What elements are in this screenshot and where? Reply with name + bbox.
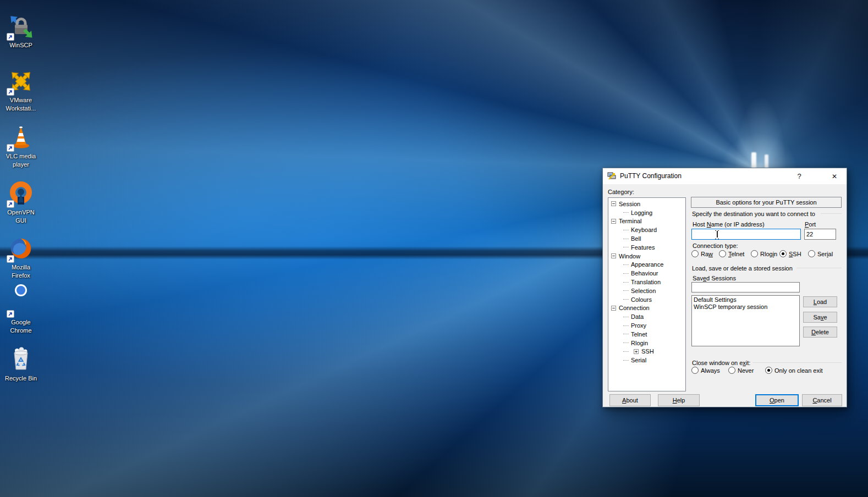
desktop-icon-firefox[interactable]: MozillaFirefox: [0, 235, 42, 280]
tree-item-label: Proxy: [631, 322, 646, 329]
close-window-group-label: Close window on exit:: [692, 360, 750, 366]
shortcut-arrow-icon: [7, 310, 14, 318]
radio-telnet[interactable]: Telnet: [719, 250, 751, 257]
radio-raw[interactable]: Raw: [691, 250, 719, 257]
tree-item-label: Features: [631, 244, 655, 251]
port-input[interactable]: [804, 229, 836, 240]
shortcut-arrow-icon: [7, 200, 14, 208]
radio-circle-icon: [719, 250, 726, 257]
load-button[interactable]: Load: [803, 296, 837, 307]
tree-expand-icon[interactable]: +: [634, 349, 639, 354]
radio-serial[interactable]: Serial: [808, 250, 833, 257]
tree-item-label: Window: [619, 253, 640, 259]
tree-collapse-icon[interactable]: −: [611, 201, 616, 206]
tree-item-label: Rlogin: [631, 340, 648, 346]
tree-item-proxy[interactable]: Proxy: [608, 321, 685, 330]
tree-connector: [623, 317, 629, 317]
open-button[interactable]: Open: [755, 394, 799, 406]
cancel-button[interactable]: Cancel: [802, 394, 842, 406]
close-on-exit-radio-group: AlwaysNeverOnly on clean exit: [691, 366, 822, 374]
mouse-ibeam-cursor: [715, 230, 719, 239]
session-list-item-winscp-temporary-session[interactable]: WinSCP temporary session: [692, 303, 799, 311]
shortcut-arrow-icon: [7, 255, 14, 263]
port-label: Port: [805, 221, 816, 228]
tree-item-behaviour[interactable]: Behaviour: [608, 269, 685, 278]
tree-item-label: Translation: [631, 279, 661, 285]
titlebar-help-button[interactable]: ?: [788, 168, 810, 184]
tree-connector: [623, 212, 629, 213]
tree-item-label: Behaviour: [631, 270, 658, 277]
radio-only-on-clean-exit[interactable]: Only on clean exit: [765, 367, 822, 374]
desktop-icon-winscp[interactable]: WinSCP: [0, 13, 42, 49]
tree-item-terminal[interactable]: −Terminal: [608, 217, 685, 226]
radio-label: Only on clean exit: [774, 367, 822, 374]
delete-button[interactable]: Delete: [803, 327, 837, 338]
tree-collapse-icon[interactable]: −: [611, 219, 616, 224]
tree-item-appearance[interactable]: Appearance: [608, 261, 685, 269]
host-name-input[interactable]: [691, 229, 801, 240]
tree-item-label: SSH: [641, 348, 654, 355]
radio-label: Raw: [701, 251, 713, 257]
titlebar-close-icon[interactable]: ✕: [823, 168, 845, 184]
tree-item-connection[interactable]: −Connection: [608, 304, 685, 313]
radio-ssh[interactable]: SSH: [779, 250, 808, 257]
tree-item-session[interactable]: −Session: [608, 200, 685, 208]
tree-item-logging[interactable]: Logging: [608, 208, 685, 217]
tree-connector: [623, 334, 629, 334]
tree-connector: [623, 325, 629, 326]
saved-sessions-input[interactable]: [691, 282, 800, 292]
tree-connector: [623, 299, 629, 300]
session-group-label: Load, save or delete a stored session: [692, 265, 793, 272]
radio-rlogin[interactable]: Rlogin: [751, 250, 779, 257]
radio-circle-icon: [728, 367, 735, 374]
tree-item-features[interactable]: Features: [608, 243, 685, 252]
shortcut-arrow-icon: [7, 144, 14, 152]
tree-item-serial[interactable]: Serial: [608, 356, 685, 365]
tree-item-label: Keyboard: [631, 227, 657, 233]
desktop-icon-vlc[interactable]: VLC mediaplayer: [0, 124, 42, 169]
tree-connector: [623, 351, 629, 352]
tree-item-label: Connection: [619, 305, 650, 311]
tree-item-telnet[interactable]: Telnet: [608, 330, 685, 339]
radio-circle-icon: [751, 250, 758, 257]
icon-label: OpenVPNGUI: [0, 208, 42, 225]
tree-item-bell[interactable]: Bell: [608, 234, 685, 243]
tree-item-window[interactable]: −Window: [608, 252, 685, 261]
desktop-icon-recycle-bin[interactable]: Recycle Bin: [0, 346, 42, 383]
tree-item-rlogin[interactable]: Rlogin: [608, 339, 685, 347]
tree-item-label: Terminal: [619, 218, 642, 224]
destination-group-label: Specify the destination you want to conn…: [692, 211, 815, 217]
radio-never[interactable]: Never: [728, 367, 765, 374]
session-list-item-default-settings[interactable]: Default Settings: [692, 296, 799, 303]
icon-label: Recycle Bin: [0, 374, 42, 383]
titlebar[interactable]: PuTTY Configuration ? ✕: [603, 168, 847, 184]
window-title: PuTTY Configuration: [620, 172, 682, 180]
desktop-icon-openvpn[interactable]: OpenVPNGUI: [0, 180, 42, 225]
tree-item-colours[interactable]: Colours: [608, 295, 685, 304]
tree-connector: [623, 282, 629, 283]
tree-item-data[interactable]: Data: [608, 312, 685, 321]
desktop-icon-vmware-workstation[interactable]: VMwareWorkstati...: [0, 68, 42, 113]
save-button[interactable]: Save: [803, 312, 837, 323]
tree-connector: [623, 290, 629, 291]
tree-item-selection[interactable]: Selection: [608, 286, 685, 295]
tree-collapse-icon[interactable]: −: [611, 306, 616, 311]
tree-connector: [623, 360, 629, 361]
tree-item-label: Colours: [631, 296, 652, 303]
connection-type-radio-group: RawTelnetRloginSSHSerial: [691, 250, 833, 258]
radio-label: Telnet: [728, 251, 744, 257]
tree-item-translation[interactable]: Translation: [608, 278, 685, 286]
tree-item-keyboard[interactable]: Keyboard: [608, 225, 685, 234]
tree-item-label: Data: [631, 313, 644, 320]
radio-label: Serial: [817, 251, 833, 257]
tree-collapse-icon[interactable]: −: [611, 253, 616, 258]
radio-always[interactable]: Always: [691, 367, 728, 374]
connection-type-label: Connection type:: [693, 242, 738, 249]
desktop-icon-chrome[interactable]: GoogleChrome: [0, 290, 42, 335]
help-button[interactable]: Help: [658, 394, 700, 406]
tree-item-label: Selection: [631, 288, 656, 294]
about-button[interactable]: About: [609, 394, 651, 406]
tree-item-ssh[interactable]: +SSH: [608, 347, 685, 356]
saved-sessions-listbox: Default SettingsWinSCP temporary session: [691, 295, 800, 346]
tree-item-label: Logging: [631, 209, 652, 216]
